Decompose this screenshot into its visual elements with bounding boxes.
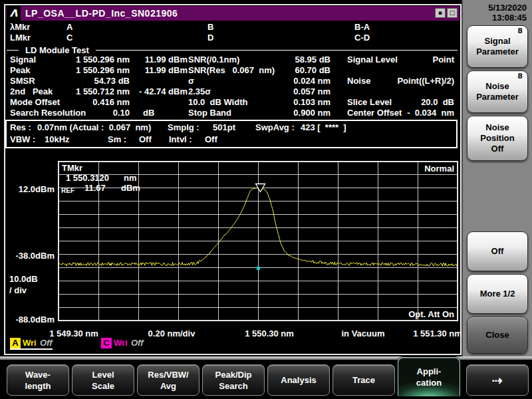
snr-01nm-label: SNR(/0.1nm) bbox=[188, 55, 239, 65]
y-axis-bottom-label: -88.0dBm bbox=[1, 315, 55, 325]
trace-marker-wavelength: 1 550.3120 bbox=[66, 173, 109, 184]
stop-band-label: Stop Band bbox=[188, 108, 231, 118]
softkey-line: Position bbox=[480, 133, 514, 144]
noise-mode-label: Noise bbox=[347, 76, 370, 86]
trace-c-swatch: C bbox=[101, 338, 112, 348]
menu-line: Analysis bbox=[281, 374, 316, 386]
marker-c-d-label: C-D bbox=[354, 33, 370, 43]
peak-wavelength-value: 1 550.296 nm bbox=[40, 65, 130, 76]
marker-a-label: A bbox=[66, 22, 72, 33]
signal-wavelength-value: 1 550.296 nm bbox=[40, 55, 130, 65]
smoothing-label: Sm : bbox=[108, 134, 126, 145]
level-marker-label: LMkr bbox=[10, 33, 31, 43]
smoothing-value: Off bbox=[139, 134, 152, 145]
trace-c-state: Off bbox=[131, 338, 144, 348]
marker-c-label: C bbox=[66, 33, 72, 43]
time-text: 13:08:45 bbox=[464, 13, 527, 23]
peak-label: Peak bbox=[10, 65, 30, 76]
trace-a-mode: Wri bbox=[23, 338, 37, 348]
menu-line: Scale bbox=[92, 380, 114, 392]
more-pages-softkey[interactable]: More 1/2 bbox=[467, 274, 528, 314]
y-axis-ref-label: 12.0dBm bbox=[1, 184, 55, 195]
search-resolution-unit: dB bbox=[143, 108, 154, 118]
menu-line: Res/VBW/ bbox=[148, 369, 188, 380]
menu-more-arrow-button[interactable]: ⇢ bbox=[466, 364, 529, 396]
menu-line: Wave- bbox=[25, 369, 51, 380]
close-softkey[interactable]: Close bbox=[467, 317, 528, 354]
sweep-average-label: SwpAvg : bbox=[255, 122, 295, 133]
interval-label: Intvl : bbox=[169, 134, 192, 145]
wavelength-marker-label: λMkr bbox=[10, 22, 30, 33]
softkey-line: Noise bbox=[485, 122, 509, 133]
spectrum-trace-canvas bbox=[59, 162, 458, 321]
menu-level-scale-button[interactable]: Level Scale bbox=[72, 364, 134, 396]
slice-level-value: 20.0 dB bbox=[372, 97, 454, 108]
trace-marker-wavelength-unit: nm bbox=[124, 173, 137, 184]
app-logo-icon: Λ bbox=[7, 6, 21, 21]
sweep-average-value: 423 [ **** ] bbox=[301, 122, 346, 133]
optical-attenuator-status: Opt. Att On bbox=[372, 309, 454, 320]
y-axis-mid-label: -38.0dBm bbox=[1, 251, 55, 261]
smsr-value: 54.73 dB bbox=[40, 76, 130, 86]
menu-line: length bbox=[25, 380, 51, 392]
trace-marker-title: TMkr bbox=[62, 163, 82, 174]
menu-wavelength-button[interactable]: Wave- length bbox=[7, 364, 69, 396]
softkey-line: Close bbox=[485, 330, 509, 340]
menu-line: Peak/Dip bbox=[215, 369, 252, 380]
center-offset-value: - 0.034 nm bbox=[372, 108, 454, 118]
marker-b-label: B bbox=[207, 22, 213, 33]
menu-line: cation bbox=[416, 377, 442, 388]
signal-parameter-softkey[interactable]: 8 Signal Parameter bbox=[467, 25, 528, 68]
active-trace-underline bbox=[10, 348, 53, 350]
sampling-value: 501pt bbox=[213, 122, 235, 133]
db-width-value: 0.103 nm bbox=[253, 97, 331, 108]
dialog-icon: 8 bbox=[517, 27, 523, 35]
interval-value: Off bbox=[205, 134, 217, 145]
softkey-line: Parameter bbox=[476, 92, 519, 102]
y-axis-scale-label: 10.0dB bbox=[9, 274, 38, 285]
noise-position-softkey[interactable]: Noise Position Off bbox=[467, 116, 528, 161]
vbw-value: 10kHz bbox=[45, 134, 70, 145]
x-axis-medium-label: in Vacuum bbox=[341, 329, 384, 339]
spectrum-plot bbox=[58, 161, 458, 321]
signal-level-mode-value: Point bbox=[372, 55, 454, 65]
sigma-label: σ bbox=[188, 76, 194, 86]
menu-trace-button[interactable]: Trace bbox=[332, 364, 395, 396]
softkey-line: Off bbox=[491, 246, 504, 257]
peak-level-value: 11.99 dBm bbox=[124, 65, 188, 76]
right-arrow-icon: ⇢ bbox=[492, 374, 503, 387]
menu-analysis-button[interactable]: Analysis bbox=[267, 364, 330, 396]
ref-line-label: REF bbox=[61, 186, 74, 196]
off-softkey[interactable]: Off bbox=[467, 231, 528, 271]
minimize-button[interactable]: ▪ bbox=[435, 8, 446, 18]
display-mode-label: Normal bbox=[372, 164, 454, 174]
res-value: 0.07nm (Actual : 0.067 nm) bbox=[37, 122, 151, 133]
db-width-label: 10.0 dB Width bbox=[188, 97, 247, 108]
menu-peak-dip-search-button[interactable]: Peak/Dip Search bbox=[202, 364, 265, 396]
signal-level-value: 11.99 dBm bbox=[124, 55, 188, 65]
x-axis-scale-label: 0.20 nm/div bbox=[148, 329, 196, 339]
maximize-button[interactable]: □ bbox=[447, 8, 458, 18]
x-axis-start-label: 1 549.30 nm bbox=[49, 329, 98, 339]
trace-a-state: Off bbox=[40, 338, 53, 348]
marker-d-label: D bbox=[207, 33, 213, 43]
sigma-235-label: 2.35σ bbox=[188, 86, 211, 97]
mode-offset-value: 0.416 nm bbox=[40, 97, 130, 108]
menu-application-button[interactable]: Appli- cation bbox=[398, 357, 460, 396]
noise-parameter-softkey[interactable]: 8 Noise Parameter bbox=[467, 70, 528, 113]
noise-mode-value: Point((L+R)/2) bbox=[372, 76, 454, 86]
y-axis-scale-unit: / div bbox=[9, 285, 27, 296]
sampling-label: Smplg : bbox=[168, 122, 200, 133]
snr-01nm-value: 58.95 dB bbox=[253, 55, 331, 65]
res-label: Res : bbox=[10, 122, 31, 133]
menu-res-vbw-avg-button[interactable]: Res/VBW/ Avg bbox=[137, 364, 200, 396]
search-resolution-value: 0.10 bbox=[40, 108, 130, 118]
stop-band-value: 0.900 nm bbox=[253, 108, 331, 118]
softkey-line: Parameter bbox=[476, 47, 519, 57]
menu-line: Search bbox=[219, 380, 247, 392]
second-peak-level-value: - 42.74 dBm bbox=[124, 86, 188, 97]
sigma-235-value: 0.057 nm bbox=[253, 86, 331, 97]
menu-line: Trace bbox=[352, 374, 375, 386]
dialog-icon: 8 bbox=[517, 72, 523, 80]
osa-screen: Λ LP_OSA__LD-PD_Inc_SN021906 ▪ □ λMkr A … bbox=[0, 0, 532, 399]
